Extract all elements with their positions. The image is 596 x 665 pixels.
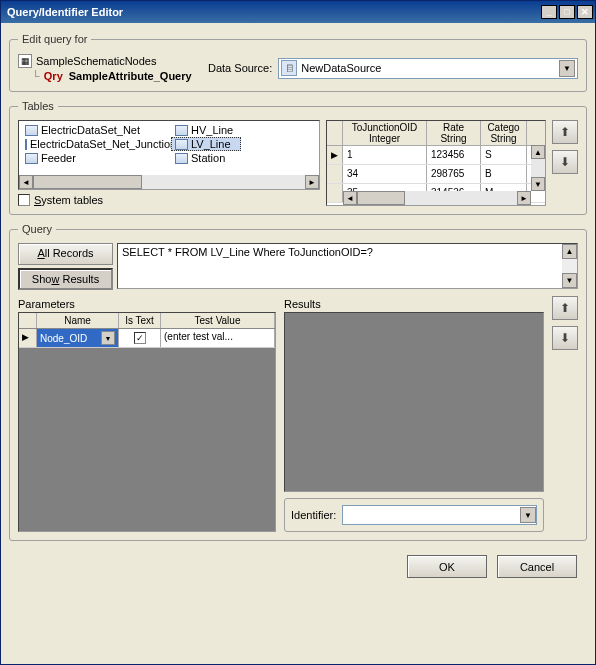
param-row[interactable]: ▶ Node_OID ▼ ✓ (enter test val... (19, 329, 275, 348)
tables-list[interactable]: ElectricDataSet_Net ElectricDataSet_Net_… (18, 120, 320, 190)
move-up-button[interactable]: ⬆ (552, 120, 578, 144)
scroll-track[interactable] (33, 175, 305, 189)
table-icon (175, 153, 188, 164)
chevron-down-icon[interactable]: ▼ (520, 507, 536, 523)
tables-group: Tables ElectricDataSet_Net ElectricDataS… (9, 100, 587, 215)
scroll-thumb[interactable] (33, 175, 142, 189)
table-item[interactable]: ElectricDataSet_Net_Junctions (21, 137, 171, 151)
table-icon (25, 125, 38, 136)
preview-grid[interactable]: ToJunctionOIDInteger RateString CategoSt… (326, 120, 546, 206)
tree-root[interactable]: ▦ SampleSchematicNodes (18, 53, 198, 69)
window-title: Query/Identifier Editor (7, 6, 539, 18)
scroll-up-icon[interactable]: ▲ (562, 244, 577, 259)
tree-query[interactable]: └ Qry SampleAttribute_Query (18, 69, 198, 83)
scroll-down-icon[interactable]: ▼ (531, 177, 545, 191)
table-item[interactable]: HV_Line (171, 123, 241, 137)
minimize-button[interactable]: _ (541, 5, 557, 19)
results-grid[interactable] (284, 312, 544, 492)
data-source-label: Data Source: (208, 62, 272, 74)
scroll-left-icon[interactable]: ◄ (19, 175, 33, 189)
tree-root-label: SampleSchematicNodes (36, 55, 156, 67)
qry-prefix: Qry (44, 70, 63, 82)
sql-textarea[interactable]: SELECT * FROM LV_Line Where ToJunctionOI… (117, 243, 578, 289)
qry-name: SampleAttribute_Query (69, 70, 192, 82)
identifier-group: Identifier: ▼ (284, 498, 544, 532)
table-icon (175, 125, 188, 136)
grid-row[interactable]: ▶ 1 123456 S (327, 146, 545, 165)
data-source-value: NewDataSource (301, 62, 559, 74)
param-name-cell[interactable]: Node_OID ▼ (37, 329, 119, 347)
col-header[interactable]: ToJunctionOIDInteger (343, 121, 427, 145)
table-icon (25, 139, 27, 150)
move-down-button[interactable]: ⬇ (552, 150, 578, 174)
tables-hscroll[interactable]: ◄ ► (19, 175, 319, 189)
ok-button[interactable]: OK (407, 555, 487, 578)
query-tree[interactable]: ▦ SampleSchematicNodes └ Qry SampleAttri… (18, 53, 198, 83)
col-istext[interactable]: Is Text (119, 313, 161, 328)
close-button[interactable]: ✕ (577, 5, 593, 19)
edit-query-group: Edit query for ▦ SampleSchematicNodes └ … (9, 33, 587, 92)
table-item-selected[interactable]: LV_Line (171, 137, 241, 151)
scroll-down-icon[interactable]: ▼ (562, 273, 577, 288)
param-testvalue-cell[interactable]: (enter test val... (161, 329, 275, 347)
row-marker-icon: ▶ (331, 150, 338, 160)
query-legend: Query (18, 223, 56, 235)
results-move-down-button[interactable]: ⬇ (552, 326, 578, 350)
identifier-label: Identifier: (291, 509, 336, 521)
sql-vscroll[interactable]: ▲ ▼ (562, 244, 577, 288)
maximize-button[interactable]: □ (559, 5, 575, 19)
tables-legend: Tables (18, 100, 58, 112)
parameters-grid[interactable]: Name Is Text Test Value ▶ Node_OID ▼ (18, 312, 276, 532)
identifier-dropdown[interactable]: ▼ (342, 505, 537, 525)
grid-vscroll[interactable]: ▲ ▼ (531, 145, 545, 191)
table-icon (175, 139, 188, 150)
chevron-down-icon[interactable]: ▼ (559, 60, 575, 77)
dialog-footer: OK Cancel (9, 549, 587, 584)
data-source-dropdown[interactable]: ⌸ NewDataSource ▼ (278, 58, 578, 79)
col-header[interactable]: RateString (427, 121, 481, 145)
scroll-right-icon[interactable]: ► (305, 175, 319, 189)
results-move-up-button[interactable]: ⬆ (552, 296, 578, 320)
edit-query-legend: Edit query for (18, 33, 91, 45)
cancel-button[interactable]: Cancel (497, 555, 577, 578)
col-header[interactable]: CategoString (481, 121, 527, 145)
scroll-right-icon[interactable]: ► (517, 191, 531, 205)
row-marker-icon: ▶ (22, 332, 29, 342)
table-item[interactable]: Feeder (21, 151, 171, 165)
results-label: Results (284, 296, 544, 312)
chevron-down-icon[interactable]: ▼ (101, 331, 115, 345)
param-istext-cell[interactable]: ✓ (119, 329, 161, 347)
sql-text: SELECT * FROM LV_Line Where ToJunctionOI… (122, 246, 373, 258)
schematic-icon: ▦ (18, 54, 32, 68)
scroll-left-icon[interactable]: ◄ (343, 191, 357, 205)
title-bar: Query/Identifier Editor _ □ ✕ (1, 1, 595, 23)
istext-checkbox[interactable]: ✓ (134, 332, 146, 344)
system-tables-label: System tables (34, 194, 103, 206)
datasource-icon: ⌸ (281, 60, 297, 76)
col-testvalue[interactable]: Test Value (161, 313, 275, 328)
show-results-button[interactable]: Show Results (18, 268, 113, 290)
tree-connector-icon: └ (32, 70, 40, 82)
query-group: Query All Records Show Results SELECT * … (9, 223, 587, 541)
grid-row[interactable]: 34 298765 B (327, 165, 545, 184)
all-records-button[interactable]: All Records (18, 243, 113, 265)
system-tables-checkbox[interactable] (18, 194, 30, 206)
table-item[interactable]: Station (171, 151, 241, 165)
col-name[interactable]: Name (37, 313, 119, 328)
scroll-up-icon[interactable]: ▲ (531, 145, 545, 159)
table-item[interactable]: ElectricDataSet_Net (21, 123, 171, 137)
parameters-label: Parameters (18, 296, 276, 312)
grid-hscroll[interactable]: ◄ ► (343, 191, 531, 205)
table-icon (25, 153, 38, 164)
